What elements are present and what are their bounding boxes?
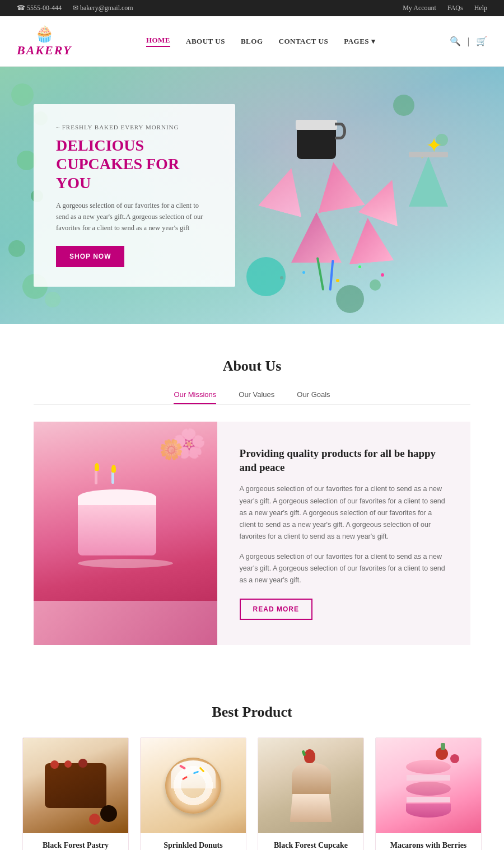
- logo-text: BAKERY: [17, 43, 72, 58]
- top-bar-right: My Account FAQs Help: [403, 4, 487, 12]
- about-tabs: Our Missions Our Values Our Goals: [34, 390, 470, 405]
- email-text: ✉ bakery@gmail.com: [73, 4, 133, 12]
- product-image-3: [258, 738, 363, 833]
- product-info-2: Sprinkled Donuts CAKE – PASTRIES $12: [141, 833, 246, 850]
- top-bar: ☎ 5555-00-444 ✉ bakery@gmail.com My Acco…: [0, 0, 504, 16]
- header: 🧁 BAKERY HOME ABOUT US BLOG CONTACT US P…: [0, 16, 504, 67]
- nav-about[interactable]: ABOUT US: [186, 37, 225, 46]
- product-info-3: Black Forest Cupcake CAKE – PASTRIES $12: [258, 833, 363, 850]
- top-bar-left: ☎ 5555-00-444 ✉ bakery@gmail.com: [17, 4, 133, 12]
- tab-our-values[interactable]: Our Values: [239, 390, 274, 404]
- product-name-3: Black Forest Cupcake: [264, 841, 358, 850]
- nav-pages[interactable]: PAGES ▾: [344, 37, 375, 46]
- about-heading: Providing quality products for all be ha…: [240, 447, 448, 474]
- products-section-title: Best Product: [22, 704, 482, 721]
- tab-our-missions[interactable]: Our Missions: [174, 390, 216, 404]
- help-link[interactable]: Help: [474, 4, 487, 12]
- about-image: 🌸 🌼: [34, 422, 217, 645]
- product-card-4[interactable]: Macarons with Berries CAKE – PASTRIES $1…: [375, 737, 482, 850]
- product-card-2[interactable]: Sprinkled Donuts CAKE – PASTRIES $12: [140, 737, 246, 850]
- tab-our-goals[interactable]: Our Goals: [297, 390, 330, 404]
- about-image-placeholder: 🌸 🌼: [34, 422, 217, 601]
- shop-now-button[interactable]: SHOP NOW: [56, 246, 124, 267]
- phone-text: ☎ 5555-00-444: [17, 4, 62, 12]
- nav-blog[interactable]: BLOG: [241, 37, 263, 46]
- product-name-1: Black Forest Pastry: [29, 841, 123, 850]
- about-text: Providing quality products for all be ha…: [217, 422, 470, 645]
- logo-icon: 🧁: [35, 25, 54, 43]
- product-image-1: [23, 738, 128, 833]
- nav-contact[interactable]: CONTACT US: [279, 37, 329, 46]
- about-para-1: A gorgeous selection of our favorites fo…: [240, 483, 448, 543]
- hero-description: A gorgeous selection of our favorites fo…: [56, 200, 213, 233]
- hero-subtitle: ~ FRESHLY BAKED EVERY MORNING: [56, 124, 213, 130]
- products-grid: Black Forest Pastry CAKE – PASTRIES $12: [22, 737, 482, 850]
- product-image-2: [141, 738, 246, 833]
- logo[interactable]: 🧁 BAKERY: [17, 25, 72, 58]
- product-name-2: Sprinkled Donuts: [146, 841, 240, 850]
- about-content: 🌸 🌼 Providing quality product: [34, 422, 470, 645]
- nav-home[interactable]: HOME: [146, 36, 170, 47]
- faqs-link[interactable]: FAQs: [447, 4, 463, 12]
- search-icon[interactable]: 🔍: [450, 36, 461, 46]
- products-section: Best Product Black Forest Pastry CAKE: [0, 673, 504, 850]
- product-card-1[interactable]: Black Forest Pastry CAKE – PASTRIES $12: [22, 737, 129, 850]
- about-para-2: A gorgeous selection of our favorites fo…: [240, 551, 448, 587]
- about-section: About Us Our Missions Our Values Our Goa…: [0, 324, 504, 673]
- product-info-1: Black Forest Pastry CAKE – PASTRIES $12: [23, 833, 128, 850]
- cart-icon[interactable]: 🛒: [476, 36, 487, 46]
- hero-title: DELICIOUS CUPCAKES FOR YOU: [56, 136, 213, 193]
- product-image-4: [376, 738, 481, 833]
- product-card-3[interactable]: Black Forest Cupcake CAKE – PASTRIES $12: [258, 737, 364, 850]
- hero-section: ✦ ✧ ~ FRESHLY BAKED EVERY MORNING DELICI…: [0, 67, 504, 324]
- main-nav: HOME ABOUT US BLOG CONTACT US PAGES ▾: [146, 36, 375, 47]
- about-section-title: About Us: [34, 358, 470, 375]
- nav-icons: 🔍 | 🛒: [450, 36, 487, 46]
- product-info-4: Macarons with Berries CAKE – PASTRIES $1…: [376, 833, 481, 850]
- nav-divider: |: [468, 36, 469, 46]
- hero-overlay: ~ FRESHLY BAKED EVERY MORNING DELICIOUS …: [34, 104, 235, 287]
- read-more-button[interactable]: READ MORE: [240, 599, 312, 620]
- my-account-link[interactable]: My Account: [403, 4, 436, 12]
- product-name-4: Macarons with Berries: [381, 841, 475, 850]
